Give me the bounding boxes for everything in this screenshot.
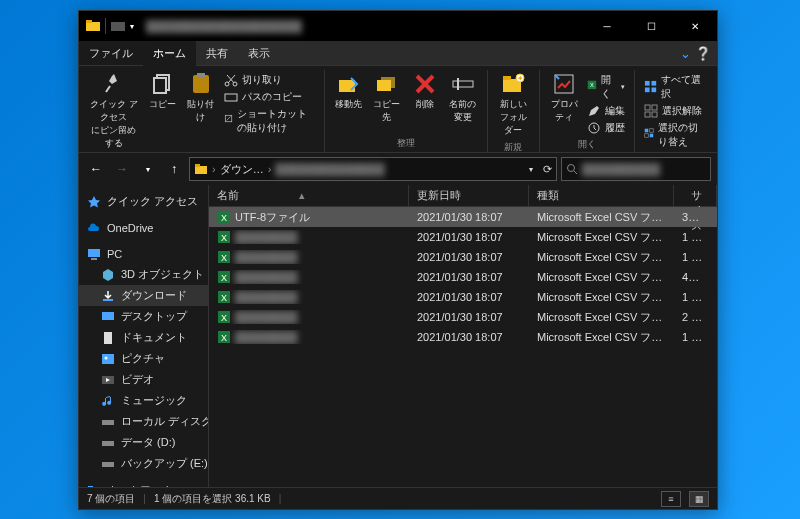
sidebar-item-network[interactable]: ネットワーク	[79, 480, 208, 487]
file-type: Microsoft Excel CSV ファイル	[529, 230, 674, 245]
qa-dropdown[interactable]: ▾	[130, 22, 134, 31]
svg-point-47	[105, 356, 108, 359]
menu-share[interactable]: 共有	[196, 41, 238, 65]
address-input[interactable]: › ダウン… › ██████████████ ▾ ⟳	[189, 157, 557, 181]
svg-text:X: X	[221, 253, 227, 263]
cube-icon	[101, 268, 115, 282]
menu-home[interactable]: ホーム	[143, 41, 196, 66]
file-rows[interactable]: XUTF-8ファイル2021/01/30 18:07Microsoft Exce…	[209, 207, 717, 487]
excel-icon: X	[217, 230, 231, 244]
recent-dropdown[interactable]: ▾	[137, 158, 159, 180]
svg-text:X: X	[221, 333, 227, 343]
sidebar-item-onedrive[interactable]: OneDrive	[79, 218, 208, 238]
titlebar[interactable]: ▾ ████████████████████ ─ ☐ ✕	[79, 11, 717, 41]
music-icon	[101, 394, 115, 408]
sidebar-item-3dobjects[interactable]: 3D オブジェクト	[79, 264, 208, 285]
sidebar-item-downloads[interactable]: ダウンロード	[79, 285, 208, 306]
rename-icon	[451, 72, 475, 96]
window-title: ████████████████████	[140, 20, 585, 32]
selectall-button[interactable]: すべて選択	[641, 72, 711, 102]
address-dropdown[interactable]: ▾	[529, 165, 533, 174]
table-row[interactable]: X████████2021/01/30 18:07Microsoft Excel…	[209, 227, 717, 247]
help-icon[interactable]: ⌄ ❔	[680, 41, 711, 65]
table-row[interactable]: X████████2021/01/30 18:07Microsoft Excel…	[209, 267, 717, 287]
minimize-button[interactable]: ─	[585, 11, 629, 41]
maximize-button[interactable]: ☐	[629, 11, 673, 41]
svg-rect-30	[652, 105, 657, 110]
view-details-button[interactable]: ≡	[661, 491, 681, 507]
qa-folder-icon	[110, 18, 126, 34]
refresh-button[interactable]: ⟳	[543, 163, 552, 176]
invert-button[interactable]: 選択の切り替え	[641, 120, 711, 150]
column-date[interactable]: 更新日時	[409, 185, 529, 206]
svg-rect-49	[102, 420, 114, 425]
table-row[interactable]: XUTF-8ファイル2021/01/30 18:07Microsoft Exce…	[209, 207, 717, 227]
edit-icon	[587, 104, 601, 118]
sidebar-item-drive-c[interactable]: ローカル ディスク (C:)	[79, 411, 208, 432]
edit-button[interactable]: 編集	[584, 103, 628, 119]
file-type: Microsoft Excel CSV ファイル	[529, 250, 674, 265]
file-type: Microsoft Excel CSV ファイル	[529, 270, 674, 285]
table-row[interactable]: X████████2021/01/30 18:07Microsoft Excel…	[209, 307, 717, 327]
selectnone-button[interactable]: 選択解除	[641, 103, 711, 119]
moveto-button[interactable]: 移動先	[331, 70, 367, 135]
cut-button[interactable]: 切り取り	[221, 72, 318, 88]
desktop-icon	[101, 310, 115, 324]
sidebar-item-drive-d[interactable]: データ (D:)	[79, 432, 208, 453]
table-row[interactable]: X████████2021/01/30 18:07Microsoft Excel…	[209, 247, 717, 267]
properties-button[interactable]: プロパティ	[546, 70, 582, 136]
ribbon-group-new: ✦ 新しいフォルダー 新規	[488, 70, 540, 152]
sidebar-item-pc[interactable]: PC	[79, 244, 208, 264]
sidebar-item-desktop[interactable]: デスクトップ	[79, 306, 208, 327]
sidebar-item-pictures[interactable]: ピクチャ	[79, 348, 208, 369]
rename-button[interactable]: 名前の変更	[445, 70, 481, 135]
column-size[interactable]: サイズ	[674, 185, 717, 206]
column-name[interactable]: 名前▴	[209, 185, 409, 206]
open-item-button[interactable]: X開く▾	[584, 72, 628, 102]
status-selection: 1 個の項目を選択 36.1 KB	[154, 492, 271, 506]
pictures-icon	[101, 352, 115, 366]
status-count: 7 個の項目	[87, 492, 135, 506]
paste-button[interactable]: 貼り付け	[183, 70, 219, 152]
back-button[interactable]: ←	[85, 158, 107, 180]
excel-icon: X	[217, 270, 231, 284]
copypath-button[interactable]: パスのコピー	[221, 89, 318, 105]
drive-icon	[101, 436, 115, 450]
table-row[interactable]: X████████2021/01/30 18:07Microsoft Excel…	[209, 327, 717, 347]
forward-button[interactable]: →	[111, 158, 133, 180]
copyto-button[interactable]: コピー先	[369, 70, 405, 135]
shortcut-icon	[224, 114, 233, 128]
pin-quickaccess-button[interactable]: クイック アクセスにピン留めする	[85, 70, 143, 152]
open-icon: X	[587, 80, 597, 94]
table-row[interactable]: X████████2021/01/30 18:07Microsoft Excel…	[209, 287, 717, 307]
file-type: Microsoft Excel CSV ファイル	[529, 310, 674, 325]
file-type: Microsoft Excel CSV ファイル	[529, 330, 674, 345]
file-list: 名前▴ 更新日時 種類 サイズ XUTF-8ファイル2021/01/30 18:…	[209, 185, 717, 487]
sidebar-item-documents[interactable]: ドキュメント	[79, 327, 208, 348]
menu-view[interactable]: 表示	[238, 41, 280, 65]
newfolder-button[interactable]: ✦ 新しいフォルダー	[494, 70, 533, 139]
column-type[interactable]: 種類	[529, 185, 674, 206]
file-type: Microsoft Excel CSV ファイル	[529, 210, 674, 225]
svg-rect-28	[652, 87, 657, 92]
pasteshortcut-button[interactable]: ショートカットの貼り付け	[221, 106, 318, 136]
delete-button[interactable]: 削除	[407, 70, 443, 135]
svg-point-39	[568, 165, 575, 172]
sidebar-item-videos[interactable]: ビデオ	[79, 369, 208, 390]
sidebar-item-quickaccess[interactable]: クイック アクセス	[79, 191, 208, 212]
close-button[interactable]: ✕	[673, 11, 717, 41]
history-button[interactable]: 履歴	[584, 120, 628, 136]
view-icons-button[interactable]: ▦	[689, 491, 709, 507]
file-name: ████████	[235, 291, 297, 303]
breadcrumb[interactable]: ダウン…	[220, 162, 264, 177]
file-date: 2021/01/30 18:07	[409, 271, 529, 283]
menu-file[interactable]: ファイル	[79, 41, 143, 65]
sidebar-item-drive-e[interactable]: バックアップ (E:)	[79, 453, 208, 474]
sidebar-item-music[interactable]: ミュージック	[79, 390, 208, 411]
path-icon	[224, 90, 238, 104]
file-name: ████████	[235, 311, 297, 323]
copy-button[interactable]: コピー	[145, 70, 181, 152]
ribbon-group-select: すべて選択 選択解除 選択の切り替え 選択	[635, 70, 717, 152]
search-input[interactable]: ██████████	[561, 157, 711, 181]
up-button[interactable]: ↑	[163, 158, 185, 180]
